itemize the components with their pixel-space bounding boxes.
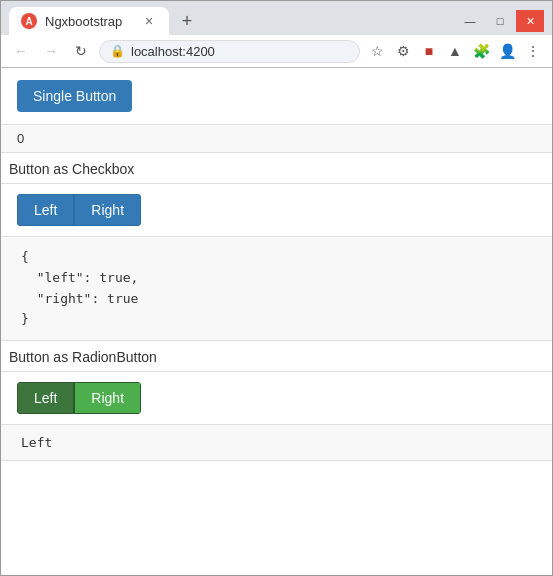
title-bar: A Ngxbootstrap × + — □ ✕ (1, 1, 552, 35)
checkbox-result-code: { "left": true, "right": true } (21, 247, 532, 330)
address-bar: ← → ↻ 🔒 localhost:4200 ☆ ⚙ ■ ▲ 🧩 👤 ⋮ (1, 35, 552, 68)
single-button[interactable]: Single Button (17, 80, 132, 112)
url-text: localhost:4200 (131, 44, 349, 59)
tab-close-button[interactable]: × (141, 13, 157, 29)
refresh-button[interactable]: ↻ (69, 39, 93, 63)
checkbox-result-area: { "left": true, "right": true } (1, 237, 552, 341)
tab-favicon: A (21, 13, 37, 29)
tab-title: Ngxbootstrap (45, 14, 133, 29)
extensions-icon[interactable]: ⚙ (392, 40, 414, 62)
browser-tab[interactable]: A Ngxbootstrap × (9, 7, 169, 35)
radio-right-button[interactable]: Right (74, 382, 141, 414)
counter-area: 0 (1, 125, 552, 153)
radio-heading-text: Button as RadionButton (9, 349, 157, 365)
counter-value: 0 (17, 131, 24, 146)
radio-btn-group-area: Left Right (1, 372, 552, 425)
maximize-button[interactable]: □ (486, 10, 514, 32)
radio-result-text: Left (21, 435, 52, 450)
page-content: Single Button 0 Button as Checkbox Left … (1, 68, 552, 575)
checkbox-btn-group-area: Left Right (1, 184, 552, 237)
cloud-icon[interactable]: ▲ (444, 40, 466, 62)
checkbox-section-heading: Button as Checkbox (1, 153, 552, 184)
checkbox-btn-group: Left Right (17, 194, 141, 226)
bookmark-icon[interactable]: ☆ (366, 40, 388, 62)
new-tab-button[interactable]: + (173, 7, 201, 35)
radio-section-heading: Button as RadionButton (1, 341, 552, 372)
close-button[interactable]: ✕ (516, 10, 544, 32)
radio-left-button[interactable]: Left (17, 382, 74, 414)
browser-window: A Ngxbootstrap × + — □ ✕ ← → ↻ 🔒 localho… (0, 0, 553, 576)
single-button-section: Single Button (1, 68, 552, 125)
puzzle-icon[interactable]: 🧩 (470, 40, 492, 62)
profile-icon[interactable]: 👤 (496, 40, 518, 62)
radio-btn-group: Left Right (17, 382, 141, 414)
url-bar[interactable]: 🔒 localhost:4200 (99, 40, 360, 63)
window-controls: — □ ✕ (456, 10, 544, 32)
forward-button[interactable]: → (39, 39, 63, 63)
history-icon[interactable]: ■ (418, 40, 440, 62)
lock-icon: 🔒 (110, 44, 125, 58)
checkbox-right-button[interactable]: Right (74, 194, 141, 226)
checkbox-heading-text: Button as Checkbox (9, 161, 134, 177)
back-button[interactable]: ← (9, 39, 33, 63)
checkbox-left-button[interactable]: Left (17, 194, 74, 226)
address-icons: ☆ ⚙ ■ ▲ 🧩 👤 ⋮ (366, 40, 544, 62)
minimize-button[interactable]: — (456, 10, 484, 32)
radio-result-area: Left (1, 425, 552, 461)
menu-icon[interactable]: ⋮ (522, 40, 544, 62)
